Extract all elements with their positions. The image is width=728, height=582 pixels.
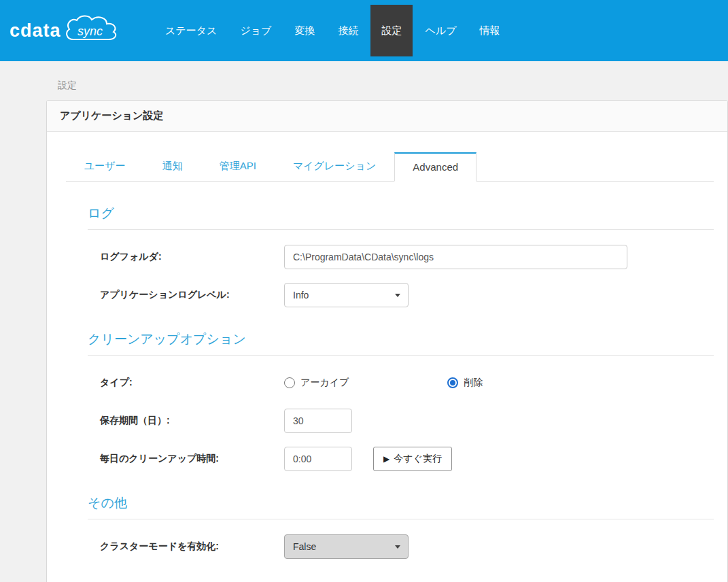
logo-sync-text: sync <box>77 24 103 38</box>
cleanup-time-label: 毎日のクリーンアップ時間: <box>100 453 284 465</box>
main-navigation: ステータス ジョブ 変換 接続 設定 ヘルプ 情報 <box>154 0 512 61</box>
top-navbar: cdata sync ステータス ジョブ 変換 接続 設定 ヘルプ 情報 <box>0 0 728 61</box>
card-body: ユーザー 通知 管理API マイグレーション Advanced ログ ログフォル… <box>47 132 727 582</box>
section-cleanup-title: クリーンアップオプション <box>88 330 714 356</box>
section-cleanup: クリーンアップオプション タイプ: アーカイブ 削除 保存期間（日）: 毎日のク… <box>88 330 714 471</box>
tab-advanced[interactable]: Advanced <box>394 152 476 182</box>
radio-delete[interactable] <box>447 377 458 388</box>
radio-group-delete[interactable]: 削除 <box>447 377 483 389</box>
radio-archive[interactable] <box>284 377 295 388</box>
form-row-cluster-mode: クラスターモードを有効化: False <box>100 534 714 559</box>
form-row-log-level: アプリケーションログレベル: Info <box>100 283 714 307</box>
nav-item-help[interactable]: ヘルプ <box>414 5 467 56</box>
radio-archive-label: アーカイブ <box>300 377 349 389</box>
log-level-select[interactable]: Info <box>284 283 409 307</box>
nav-item-status[interactable]: ステータス <box>154 5 228 56</box>
radio-delete-label: 削除 <box>464 377 483 389</box>
cluster-mode-select[interactable]: False <box>284 534 409 559</box>
tab-notifications[interactable]: 通知 <box>144 151 201 182</box>
form-row-log-folder: ログフォルダ: <box>100 245 714 269</box>
play-icon: ▶ <box>383 455 389 463</box>
log-folder-label: ログフォルダ: <box>100 251 284 263</box>
cleanup-type-label: タイプ: <box>100 377 284 389</box>
cluster-mode-value: False <box>293 541 316 552</box>
section-log: ログ ログフォルダ: アプリケーションログレベル: Info <box>88 205 714 307</box>
section-log-title: ログ <box>88 205 714 230</box>
nav-item-settings[interactable]: 設定 <box>370 5 413 56</box>
nav-item-connections[interactable]: 接続 <box>327 5 369 56</box>
tab-migration[interactable]: マイグレーション <box>275 151 394 182</box>
run-now-label: 今すぐ実行 <box>394 453 442 465</box>
cluster-mode-label: クラスターモードを有効化: <box>100 541 284 553</box>
log-folder-input[interactable] <box>284 245 627 269</box>
application-settings-card: アプリケーション設定 ユーザー 通知 管理API マイグレーション Advanc… <box>46 100 728 582</box>
breadcrumb: 設定 <box>58 80 728 91</box>
retention-input[interactable] <box>284 409 352 433</box>
run-now-button[interactable]: ▶ 今すぐ実行 <box>373 447 452 471</box>
cdata-sync-logo[interactable]: cdata sync <box>0 0 154 61</box>
card-title: アプリケーション設定 <box>47 101 727 132</box>
cloud-icon: sync <box>64 14 124 47</box>
section-other: その他 クラスターモードを有効化: False <box>88 494 714 559</box>
tab-users[interactable]: ユーザー <box>66 151 144 182</box>
nav-item-transform[interactable]: 変換 <box>283 5 326 56</box>
tab-admin-api[interactable]: 管理API <box>201 151 275 182</box>
retention-label: 保存期間（日）: <box>100 415 284 427</box>
radio-group-archive[interactable]: アーカイブ <box>284 377 349 389</box>
cleanup-time-input[interactable] <box>284 447 352 471</box>
nav-item-info[interactable]: 情報 <box>469 5 511 56</box>
section-other-title: その他 <box>88 494 714 519</box>
chevron-down-icon <box>395 294 400 297</box>
chevron-down-icon <box>395 545 400 549</box>
nav-item-jobs[interactable]: ジョブ <box>229 5 282 56</box>
settings-tabs: ユーザー 通知 管理API マイグレーション Advanced <box>66 151 714 182</box>
log-level-value: Info <box>293 290 309 301</box>
form-row-cleanup-type: タイプ: アーカイブ 削除 <box>100 371 714 395</box>
logo-cdata-text: cdata <box>10 20 61 41</box>
form-row-retention: 保存期間（日）: <box>100 409 714 433</box>
log-level-label: アプリケーションログレベル: <box>100 289 284 301</box>
form-row-cleanup-time: 毎日のクリーンアップ時間: ▶ 今すぐ実行 <box>100 447 714 471</box>
